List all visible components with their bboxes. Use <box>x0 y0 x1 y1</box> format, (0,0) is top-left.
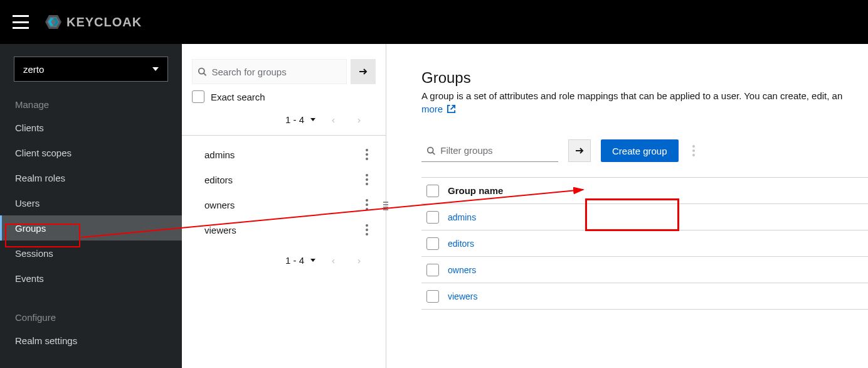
resize-handle[interactable] <box>383 193 388 219</box>
groups-table: Group name admins editors owners viewers <box>421 177 868 310</box>
toolbar-kebab[interactable] <box>692 145 695 156</box>
kebab-menu[interactable] <box>366 174 368 185</box>
sidebar-item-realm-settings[interactable]: Realm settings <box>0 328 182 353</box>
tree-item-admins[interactable]: admins <box>182 142 386 167</box>
kebab-menu[interactable] <box>366 199 368 210</box>
table-row: owners <box>421 257 868 283</box>
row-checkbox[interactable] <box>426 290 439 303</box>
next-page[interactable]: › <box>351 252 367 268</box>
menu-toggle[interactable] <box>13 15 29 29</box>
realm-selector[interactable]: zerto <box>14 57 168 82</box>
group-link-editors[interactable]: editors <box>448 239 474 249</box>
arrow-right-icon <box>358 67 368 77</box>
toolbar: Create group <box>421 139 868 162</box>
prev-page[interactable]: ‹ <box>326 252 341 268</box>
table-header: Group name <box>421 178 868 204</box>
tree-list: admins editors owners viewers <box>182 136 386 249</box>
arrow-right-icon <box>574 146 585 156</box>
page-subtitle: A group is a set of attributes and role … <box>421 90 868 101</box>
prev-page[interactable]: ‹ <box>326 112 341 127</box>
brand-text: KEYCLOAK <box>66 15 142 30</box>
row-checkbox[interactable] <box>426 211 439 224</box>
brand-logo[interactable]: KEYCLOAK <box>44 13 142 31</box>
sidebar-item-clients[interactable]: Clients <box>0 115 182 140</box>
main-content: Groups A group is a set of attributes an… <box>386 44 868 368</box>
tree-search[interactable] <box>192 59 347 84</box>
topbar: KEYCLOAK <box>0 0 868 44</box>
learn-more-link[interactable]: more <box>421 104 456 114</box>
page-title: Groups <box>421 69 868 87</box>
page-range[interactable]: 1 - 4 <box>285 255 315 266</box>
next-page[interactable]: › <box>351 112 367 127</box>
sidebar-item-realm-roles[interactable]: Realm roles <box>0 165 182 190</box>
keycloak-icon <box>44 13 63 31</box>
group-link-viewers[interactable]: viewers <box>448 291 477 301</box>
caret-down-icon <box>310 118 315 121</box>
tree-item-editors[interactable]: editors <box>182 167 386 192</box>
checkbox[interactable] <box>192 90 204 103</box>
row-checkbox[interactable] <box>426 264 439 276</box>
tree-item-viewers[interactable]: viewers <box>182 217 386 242</box>
exact-search-toggle[interactable]: Exact search <box>182 89 386 108</box>
svg-point-4 <box>199 68 204 74</box>
svg-point-8 <box>428 147 433 153</box>
external-link-icon <box>447 104 456 114</box>
table-row: editors <box>421 230 868 257</box>
svg-line-5 <box>204 73 206 76</box>
sidebar-item-sessions[interactable]: Sessions <box>0 241 182 266</box>
group-tree-panel: Exact search 1 - 4 ‹ › admins editors ow… <box>182 44 386 368</box>
sidebar: zerto Manage Clients Client scopes Realm… <box>0 44 182 368</box>
search-icon <box>198 67 206 77</box>
table-row: viewers <box>421 283 868 310</box>
realm-name: zerto <box>23 64 44 75</box>
layout: zerto Manage Clients Client scopes Realm… <box>0 44 868 368</box>
caret-down-icon <box>152 67 159 71</box>
svg-line-9 <box>433 152 435 154</box>
tree-search-input[interactable] <box>211 67 341 77</box>
table-row: admins <box>421 204 868 230</box>
create-group-button[interactable]: Create group <box>601 139 679 162</box>
filter-go[interactable] <box>568 139 591 162</box>
tree-pager-top: 1 - 4 ‹ › <box>182 108 386 135</box>
exact-search-label: Exact search <box>211 92 265 102</box>
tree-search-go[interactable] <box>351 59 376 84</box>
sidebar-item-events[interactable]: Events <box>0 266 182 291</box>
search-icon <box>426 146 435 156</box>
sidebar-item-users[interactable]: Users <box>0 190 182 215</box>
svg-line-7 <box>451 106 455 110</box>
caret-down-icon <box>310 259 315 262</box>
filter-input[interactable] <box>440 145 553 156</box>
filter-groups[interactable] <box>421 139 558 162</box>
column-header-name: Group name <box>448 185 503 196</box>
page-range[interactable]: 1 - 4 <box>285 114 315 125</box>
nav-section-manage: Manage <box>0 93 182 115</box>
group-link-owners[interactable]: owners <box>448 265 476 275</box>
kebab-menu[interactable] <box>366 224 368 235</box>
kebab-menu[interactable] <box>366 149 368 160</box>
tree-pager-bottom: 1 - 4 ‹ › <box>182 249 386 276</box>
row-checkbox[interactable] <box>426 237 439 250</box>
select-all-checkbox[interactable] <box>426 185 439 197</box>
nav-section-configure: Configure <box>0 306 182 328</box>
tree-item-owners[interactable]: owners <box>182 192 386 217</box>
group-link-admins[interactable]: admins <box>448 212 476 222</box>
sidebar-item-groups[interactable]: Groups <box>0 215 182 241</box>
sidebar-item-client-scopes[interactable]: Client scopes <box>0 140 182 165</box>
